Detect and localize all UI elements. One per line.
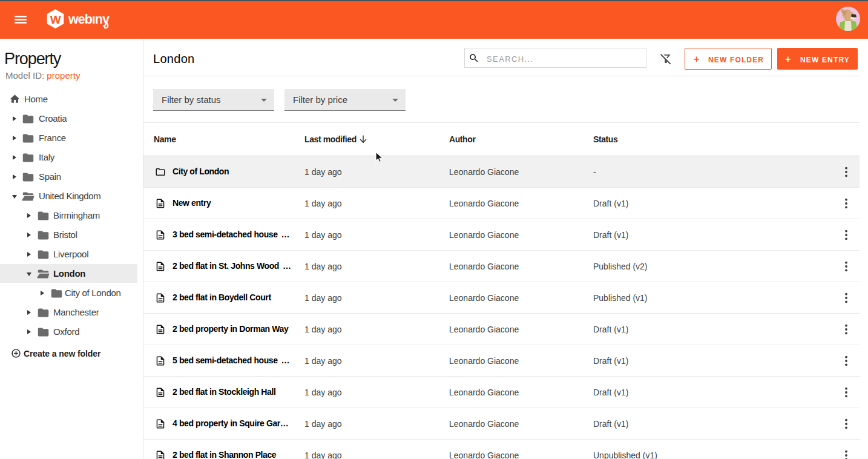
svg-text:W: W xyxy=(50,13,61,26)
svg-text:webıny: webıny xyxy=(68,12,110,27)
